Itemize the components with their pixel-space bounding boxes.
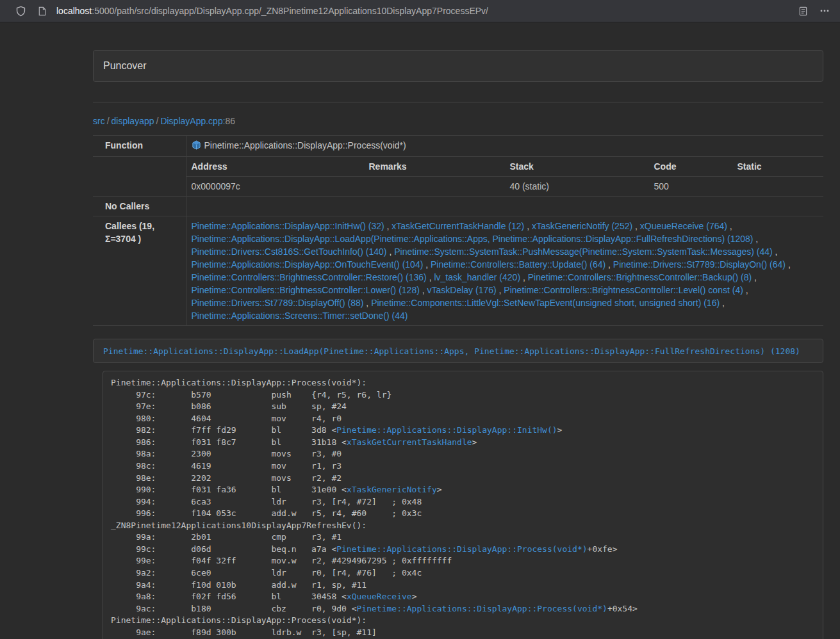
callees-label: Callees (19, Σ=3704 ) <box>93 216 186 326</box>
page-container: Puncover src/displayapp/DisplayApp.cpp:8… <box>93 50 823 639</box>
function-cube-icon <box>192 140 201 153</box>
callee-link[interactable]: Pinetime::Controllers::BrightnessControl… <box>192 272 427 282</box>
callee-link[interactable]: Pinetime::Controllers::BrightnessControl… <box>504 285 743 295</box>
breadcrumb-link-src[interactable]: src <box>93 116 105 126</box>
shield-icon[interactable] <box>13 3 28 19</box>
url-host: localhost <box>56 6 92 16</box>
value-stack: 40 (static) <box>505 177 649 197</box>
assembly-code: Pinetime::Applications::DisplayApp::Proc… <box>111 378 638 639</box>
callee-link[interactable]: Pinetime::Applications::DisplayApp::Init… <box>192 221 384 231</box>
assembly-symbol-link[interactable]: Pinetime::Applications::DisplayApp::Proc… <box>357 604 607 613</box>
loadapp-link[interactable]: Pinetime::Applications::DisplayApp::Load… <box>103 346 800 356</box>
assembly-symbol-link[interactable]: xQueueReceive <box>347 592 412 601</box>
breadcrumb-link-displayapp[interactable]: displayapp <box>111 116 154 126</box>
url-path: :5000/path/src/displayapp/DisplayApp.cpp… <box>92 6 488 16</box>
col-header-address: Address <box>186 157 364 177</box>
callee-link[interactable]: Pinetime::Drivers::St7789::DisplayOn() (… <box>613 259 786 270</box>
assembly-symbol-link[interactable]: xTaskGetCurrentTaskHandle <box>347 437 472 447</box>
breadcrumb: src/displayapp/DisplayApp.cpp:86 <box>93 116 823 126</box>
function-row: Function Pinetime::Applications::Display… <box>93 136 823 157</box>
callee-link[interactable]: Pinetime::Controllers::BrightnessControl… <box>528 272 752 282</box>
no-callers-cell <box>186 197 823 216</box>
col-header-code: Code <box>649 157 732 177</box>
divider <box>93 102 823 102</box>
function-table: Function Pinetime::Applications::Display… <box>93 135 823 326</box>
browser-toolbar: localhost:5000/path/src/displayapp/Displ… <box>0 0 840 22</box>
callees-list: Pinetime::Applications::DisplayApp::Init… <box>186 216 823 326</box>
function-label: Function <box>93 136 186 157</box>
callee-link[interactable]: Pinetime::System::SystemTask::PushMessag… <box>394 247 773 257</box>
callee-link[interactable]: Pinetime::Controllers::Battery::Update()… <box>431 259 605 270</box>
address-url[interactable]: localhost:5000/path/src/displayapp/Displ… <box>56 6 488 16</box>
callee-link[interactable]: xQueueReceive (764) <box>640 221 727 231</box>
no-callers-row: No Callers <box>93 197 823 216</box>
callees-row: Callees (19, Σ=3704 ) Pinetime::Applicat… <box>93 216 823 326</box>
no-callers-label: No Callers <box>93 197 186 216</box>
loadapp-panel: Pinetime::Applications::DisplayApp::Load… <box>93 339 823 363</box>
assembly-symbol-link[interactable]: Pinetime::Applications::DisplayApp::Proc… <box>336 544 587 554</box>
reader-mode-icon[interactable] <box>795 3 811 19</box>
callee-link[interactable]: Pinetime::Drivers::St7789::DisplayOff() … <box>192 298 364 308</box>
callee-link[interactable]: Pinetime::Drivers::Cst816S::GetTouchInfo… <box>192 247 387 257</box>
value-remarks <box>364 177 505 197</box>
metrics-header-row: Address Remarks Stack Code Static <box>186 157 824 177</box>
breadcrumb-link-file[interactable]: DisplayApp.cpp: <box>160 116 225 126</box>
metrics-row: Address Remarks Stack Code Static 0x0000… <box>93 157 823 197</box>
value-static <box>732 177 824 197</box>
callee-link[interactable]: Pinetime::Applications::DisplayApp::Load… <box>192 234 754 244</box>
col-header-stack: Stack <box>505 157 649 177</box>
value-code: 500 <box>649 177 732 197</box>
puncover-panel: Puncover <box>93 50 823 82</box>
callee-link[interactable]: Pinetime::Applications::Screens::Timer::… <box>192 311 408 321</box>
metrics-row-head <box>93 157 186 197</box>
assembly-block: Pinetime::Applications::DisplayApp::Proc… <box>103 371 823 639</box>
assembly-symbol-link[interactable]: xTaskGenericNotify <box>347 485 437 494</box>
callee-link[interactable]: xTaskGenericNotify (252) <box>532 221 632 231</box>
callee-link[interactable]: vTaskDelay (176) <box>427 285 497 295</box>
menu-icon[interactable] <box>817 3 832 19</box>
callee-link[interactable]: xTaskGetCurrentTaskHandle (12) <box>391 221 524 231</box>
breadcrumb-separator: / <box>154 116 161 126</box>
line-number: 86 <box>226 116 236 126</box>
breadcrumb-separator: / <box>105 116 111 126</box>
callee-link[interactable]: Pinetime::Controllers::BrightnessControl… <box>192 285 420 295</box>
callee-link[interactable]: Pinetime::Applications::DisplayApp::OnTo… <box>192 259 424 270</box>
value-address: 0x0000097c <box>186 177 364 197</box>
metrics-cell: Address Remarks Stack Code Static 0x0000… <box>186 157 823 197</box>
callee-link[interactable]: lv_task_handler (420) <box>434 272 520 282</box>
function-cell: Pinetime::Applications::DisplayApp::Proc… <box>186 136 823 157</box>
col-header-remarks: Remarks <box>364 157 505 177</box>
page-info-icon[interactable] <box>35 3 50 19</box>
metrics-table: Address Remarks Stack Code Static 0x0000… <box>186 157 824 196</box>
metrics-value-row: 0x0000097c 40 (static) 500 <box>186 177 824 197</box>
function-name: Pinetime::Applications::DisplayApp::Proc… <box>204 140 406 150</box>
callee-link[interactable]: Pinetime::Components::LittleVgl::SetNewT… <box>371 298 720 308</box>
assembly-symbol-link[interactable]: Pinetime::Applications::DisplayApp::Init… <box>336 425 557 435</box>
col-header-static: Static <box>732 157 824 177</box>
page-title: Puncover <box>103 60 813 72</box>
